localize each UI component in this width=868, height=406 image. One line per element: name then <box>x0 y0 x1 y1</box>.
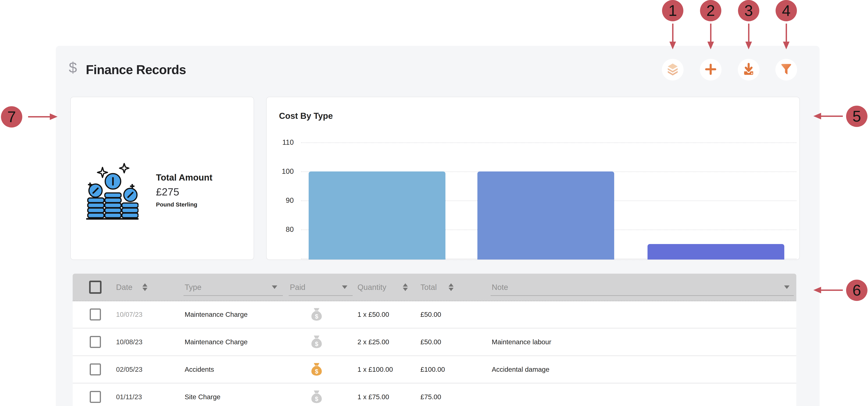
cell-date: 01/11/23 <box>116 393 142 401</box>
cell-note: Accidental damage <box>492 366 550 373</box>
chart-gridline <box>301 142 796 143</box>
chart-bar[interactable] <box>309 171 445 260</box>
chart-ytick-label: 90 <box>269 196 294 205</box>
arrow-4 <box>786 24 787 42</box>
annotation-badge-1: 1 <box>662 0 683 21</box>
cell-date: 10/08/23 <box>116 338 143 346</box>
table-row[interactable]: 01/11/23 Site Charge $ 1 x £75.00 £75.00 <box>73 384 796 406</box>
total-amount-card: Total Amount £275 Pound Sterling <box>70 97 254 260</box>
annotation-badge-2: 2 <box>700 0 721 21</box>
chart-bar[interactable] <box>477 171 614 260</box>
arrow-3-head <box>745 42 752 49</box>
chevron-down-icon-paid[interactable] <box>342 285 347 289</box>
cell-quantity: 1 x £100.00 <box>358 366 393 373</box>
cell-quantity: 1 x £75.00 <box>358 393 389 401</box>
summary-title: Total Amount <box>156 172 212 183</box>
cell-type: Maintenance Charge <box>185 311 248 318</box>
arrow-5-head <box>813 113 821 120</box>
cost-by-type-chart-card: Cost By Type 1101009080 <box>266 97 800 260</box>
cell-type: Maintenance Charge <box>185 338 248 346</box>
cell-note: Maintenance labour <box>492 338 551 346</box>
arrow-3 <box>748 24 749 42</box>
cell-date: 02/05/23 <box>116 366 143 373</box>
arrow-6-head <box>813 287 821 293</box>
sort-icon-total[interactable] <box>448 283 454 291</box>
chart-title: Cost By Type <box>279 111 333 121</box>
arrow-4-head <box>783 42 789 49</box>
sort-icon-date[interactable] <box>143 283 148 291</box>
column-header-total[interactable]: Total <box>421 283 437 292</box>
annotation-badge-3: 3 <box>738 0 759 21</box>
summary-currency-label: Pound Sterling <box>156 201 212 208</box>
chevron-down-icon-type[interactable] <box>272 285 277 289</box>
sort-icon-quantity[interactable] <box>403 283 408 291</box>
table-body: 10/07/23 Maintenance Charge $ 1 x £50.00… <box>73 301 796 406</box>
cell-total: £75.00 <box>421 393 441 401</box>
chart-ytick-label: 100 <box>269 167 294 175</box>
funnel-icon <box>780 63 793 77</box>
annotation-badge-6: 6 <box>846 280 867 301</box>
annotation-badge-7: 7 <box>1 106 22 128</box>
money-bag-icon: $ <box>310 390 323 404</box>
row-checkbox[interactable] <box>90 391 101 403</box>
annotation-badge-4: 4 <box>776 0 797 21</box>
column-header-type[interactable]: Type <box>185 283 202 292</box>
row-checkbox[interactable] <box>90 336 101 348</box>
cell-total: £100.00 <box>421 366 445 373</box>
table-header-row: Date Type Paid Quantity Total Note <box>73 274 796 301</box>
table-row[interactable]: 02/05/23 Accidents $ 1 x £100.00 £100.00… <box>73 356 796 382</box>
svg-text:$: $ <box>315 341 318 347</box>
row-checkbox[interactable] <box>90 364 101 375</box>
select-all-checkbox[interactable] <box>89 281 101 294</box>
svg-text:$: $ <box>315 368 318 375</box>
column-header-note[interactable]: Note <box>492 283 508 292</box>
money-bag-icon: $ <box>310 363 323 376</box>
plus-icon <box>704 63 717 77</box>
cell-date: 10/07/23 <box>116 311 143 318</box>
coin-stacks-icon <box>86 162 138 221</box>
money-bag-icon: $ <box>310 335 323 349</box>
cell-type: Site Charge <box>185 393 220 401</box>
summary-amount: £275 <box>156 186 212 198</box>
paid-filter-underline <box>289 295 352 296</box>
column-header-quantity[interactable]: Quantity <box>358 283 386 292</box>
column-header-paid[interactable]: Paid <box>290 283 305 292</box>
chart-bar[interactable] <box>648 244 784 260</box>
add-button[interactable] <box>700 59 721 80</box>
column-header-date[interactable]: Date <box>116 283 132 292</box>
row-checkbox[interactable] <box>90 308 101 320</box>
cell-type: Accidents <box>185 366 214 373</box>
arrow-1 <box>672 24 674 42</box>
cell-total: £50.00 <box>421 338 441 346</box>
chevron-down-icon-note[interactable] <box>784 285 789 289</box>
svg-text:$: $ <box>315 313 318 320</box>
table-row[interactable]: 10/07/23 Maintenance Charge $ 1 x £50.00… <box>73 301 796 328</box>
filter-button[interactable] <box>775 59 797 80</box>
finance-table: Date Type Paid Quantity Total Note 10/07… <box>73 274 796 406</box>
layers-button[interactable] <box>662 59 684 80</box>
cell-total: £50.00 <box>421 311 441 318</box>
money-bag-icon: $ <box>310 308 323 321</box>
annotation-badge-5: 5 <box>846 106 867 127</box>
arrow-5 <box>821 115 843 117</box>
table-row[interactable]: 10/08/23 Maintenance Charge $ 2 x £25.00… <box>73 329 796 355</box>
arrow-6 <box>821 290 843 291</box>
cell-quantity: 1 x £50.00 <box>358 311 389 318</box>
arrow-2 <box>710 24 711 42</box>
svg-text:$: $ <box>315 396 318 402</box>
currency-dollar-icon: $ <box>69 59 77 76</box>
chart-ytick-label: 80 <box>269 226 294 234</box>
layers-icon <box>666 63 679 77</box>
arrow-1-head <box>670 42 676 49</box>
arrow-7 <box>28 116 50 117</box>
chart-ytick-label: 110 <box>269 138 294 146</box>
page-title: Finance Records <box>86 62 186 77</box>
import-button[interactable] <box>738 59 760 80</box>
note-filter-underline <box>491 295 794 296</box>
arrow-7-head <box>50 113 58 120</box>
type-filter-underline <box>184 295 283 296</box>
download-icon <box>742 63 755 77</box>
cell-quantity: 2 x £25.00 <box>358 338 389 346</box>
arrow-2-head <box>707 42 714 49</box>
